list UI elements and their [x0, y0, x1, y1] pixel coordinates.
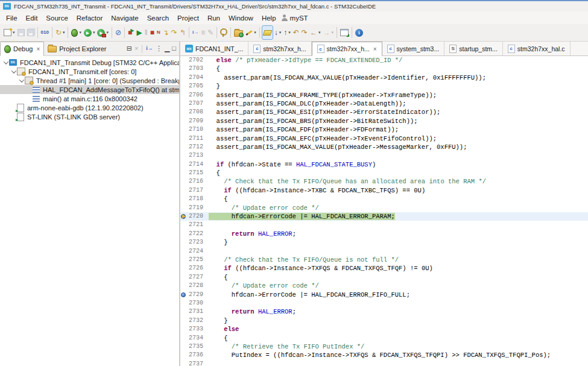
next-edit-location-button[interactable]: ↷ [300, 26, 309, 39]
save-all-button[interactable] [26, 26, 36, 39]
step-into-button[interactable]: ↴ [162, 26, 170, 39]
debug-tree-row[interactable]: main() at main.c:116 0x8000342 [0, 94, 179, 103]
code-line[interactable]: 2703 { [180, 65, 588, 73]
code-line[interactable]: 2715 { [180, 169, 588, 177]
code-line[interactable]: 2728 /* Update error code */ [180, 282, 588, 290]
code-line[interactable]: 2732 } [180, 317, 588, 325]
tab-debug[interactable]: Debug × [0, 42, 44, 56]
dropdown-arrow-icon[interactable]: ▾ [79, 30, 81, 35]
step-return-button[interactable]: ↰ [179, 26, 187, 39]
code-line[interactable]: 2729 hfdcan->ErrorCode |= HAL_FDCAN_ERRO… [180, 291, 588, 299]
code-line[interactable]: 2736 PutIndex = ((hfdcan->Instance->TXFQ… [180, 351, 588, 359]
mark-occurrences-button[interactable] [262, 25, 273, 40]
debug-tree-row[interactable]: ST-LINK (ST-LINK GDB server) [0, 112, 179, 121]
show-frames-button[interactable]: ≡ [200, 26, 206, 39]
edit-markers-button[interactable]: ✎ [206, 26, 215, 39]
breakpoint-marker[interactable] [180, 291, 187, 299]
tab-project-explorer[interactable]: Project Explorer [44, 42, 110, 55]
code-line[interactable]: 2720 hfdcan->ErrorCode |= HAL_FDCAN_ERRO… [180, 212, 588, 221]
terminate-relaunch-button[interactable]: ■▶ [127, 26, 135, 39]
minimize-view-button[interactable]: ▁ [165, 45, 169, 52]
code-line[interactable]: 2726 if ((hfdcan->Instance->TXFQS & FDCA… [180, 264, 588, 273]
editor-tab-3[interactable]: cstm32h7xx_h...× [312, 42, 382, 56]
code-line[interactable]: 2733 else [180, 325, 588, 333]
debug-tree-row[interactable]: arm-none-eabi-gdb (12.1.90.20220802) [0, 103, 179, 112]
myst-user-chip[interactable]: myST [282, 14, 308, 22]
menu-source[interactable]: Source [42, 13, 72, 23]
disconnect-button[interactable]: N [156, 26, 162, 39]
code-line[interactable]: 2709 assert_param(IS_FDCAN_BRS(pTxHeader… [180, 117, 588, 125]
info-button[interactable]: i [354, 26, 364, 39]
view-menu-button[interactable]: ⋮ [156, 45, 162, 52]
menu-refactor[interactable]: Refactor [72, 13, 107, 23]
previous-annotation-button[interactable]: ↑▾ [282, 26, 292, 39]
dropdown-arrow-icon[interactable]: ▾ [318, 30, 321, 35]
step-over-button[interactable]: ↷ [170, 26, 179, 39]
open-element-button[interactable] [233, 26, 244, 39]
code-line[interactable]: 2718 { [180, 195, 588, 203]
external-tools-button[interactable]: ▶▾ [96, 26, 110, 39]
code-line[interactable]: 2706 assert_param(IS_FDCAN_FRAME_TYPE(pT… [180, 91, 588, 99]
breakpoint-current-instruction-marker[interactable] [180, 212, 187, 221]
dropdown-arrow-icon[interactable]: ▾ [254, 30, 256, 35]
code-line[interactable]: 2707 assert_param(IS_FDCAN_DLC(pTxHeader… [180, 99, 588, 108]
forward-button[interactable]: →▾ [321, 26, 335, 39]
dropdown-arrow-icon[interactable]: ▾ [106, 30, 109, 35]
tree-expander-icon[interactable] [18, 79, 25, 83]
run-button[interactable]: ▶▾ [83, 26, 96, 39]
back-button[interactable]: ←▾ [309, 26, 322, 39]
skip-all-breakpoints-button[interactable]: ⊘ [114, 26, 122, 39]
code-area[interactable]: 2702 else /* pTxHeader->IdType == FDCAN_… [180, 56, 588, 366]
code-line[interactable]: 2734 { [180, 334, 588, 342]
menu-navigate[interactable]: Navigate [107, 13, 142, 23]
code-line[interactable]: 2704 assert_param(IS_FDCAN_MAX_VALUE(pTx… [180, 74, 588, 82]
dropdown-arrow-icon[interactable]: ▾ [279, 30, 282, 35]
code-line[interactable]: 2712 assert_param(IS_FDCAN_MAX_VALUE(pTx… [180, 143, 588, 151]
code-line[interactable]: 2721 [180, 221, 588, 229]
tree-expander-icon[interactable] [10, 70, 17, 74]
code-line[interactable]: 2730 [180, 299, 588, 308]
code-line[interactable]: 2723 } [180, 238, 588, 247]
menu-edit[interactable]: Edit [22, 13, 42, 23]
tree-expander-icon[interactable] [2, 61, 9, 65]
build-binary-button[interactable]: 010 [40, 26, 50, 39]
code-line[interactable]: 2737 [180, 360, 588, 366]
menu-file[interactable]: File [2, 13, 22, 23]
editor-tab-2[interactable]: cstm32h7xx_h... [248, 42, 311, 55]
debug-tree-row[interactable]: FDCAN1_INT_Transmit.elf [cores: 0] [0, 67, 179, 76]
close-tab-icon[interactable]: × [373, 46, 377, 52]
code-line[interactable]: 2713 [180, 151, 588, 160]
code-line[interactable]: 2731 return HAL_ERROR; [180, 308, 588, 316]
dropdown-arrow-icon[interactable]: ▾ [331, 30, 334, 35]
dropdown-arrow-icon[interactable]: ▾ [63, 30, 65, 35]
code-line[interactable]: 2714 if (hfdcan->State == HAL_FDCAN_STAT… [180, 160, 588, 169]
flash-download-button[interactable]: ↻▾ [54, 26, 66, 39]
code-line[interactable]: 2708 assert_param(IS_FDCAN_ESI(pTxHeader… [180, 108, 588, 116]
collapse-all-button[interactable]: ⊟ [127, 45, 132, 52]
editor-tab-4[interactable]: csystem_stm3... [382, 42, 445, 55]
terminate-button[interactable]: ■ [149, 26, 156, 39]
menu-run[interactable]: Run [203, 13, 224, 23]
code-line[interactable]: 2727 { [180, 273, 588, 282]
instruction-stepping-toggle[interactable]: i→ [146, 46, 153, 51]
code-line[interactable]: 2711 assert_param(IS_FDCAN_EFC(pTxHeader… [180, 134, 588, 143]
code-line[interactable]: 2719 /* Update error code */ [180, 204, 588, 212]
editor-tab-6[interactable]: cstm32h7xx_hal.c [503, 42, 571, 55]
suspend-button[interactable]: ‖ [144, 26, 149, 39]
code-line[interactable]: 2717 if ((hfdcan->Instance->TXBC & FDCAN… [180, 186, 588, 195]
save-button[interactable] [16, 26, 26, 39]
code-line[interactable]: 2724 [180, 247, 588, 256]
code-line[interactable]: 2725 /* Check that the Tx FIFO/Queue is … [180, 256, 588, 264]
menu-help[interactable]: Help [258, 13, 280, 23]
pin-button[interactable] [219, 26, 229, 39]
remove-all-terminated-button[interactable]: × [134, 45, 138, 52]
menu-search[interactable]: Search [143, 13, 173, 23]
close-debug-tab-icon[interactable]: × [36, 46, 40, 52]
editor-tab-5[interactable]: Sstartup_stm... [444, 42, 503, 55]
search-button[interactable]: ▾ [244, 26, 258, 39]
last-edit-location-button[interactable]: ↶ [292, 26, 300, 39]
next-annotation-button[interactable]: ↓▾ [273, 26, 283, 39]
debug-tree-row[interactable]: Thread #1 [main] 1 [core: 0] (Suspended … [0, 76, 179, 85]
debug-button[interactable]: ▾ [70, 26, 83, 39]
code-line[interactable]: 2702 else /* pTxHeader->IdType == FDCAN_… [180, 56, 588, 65]
